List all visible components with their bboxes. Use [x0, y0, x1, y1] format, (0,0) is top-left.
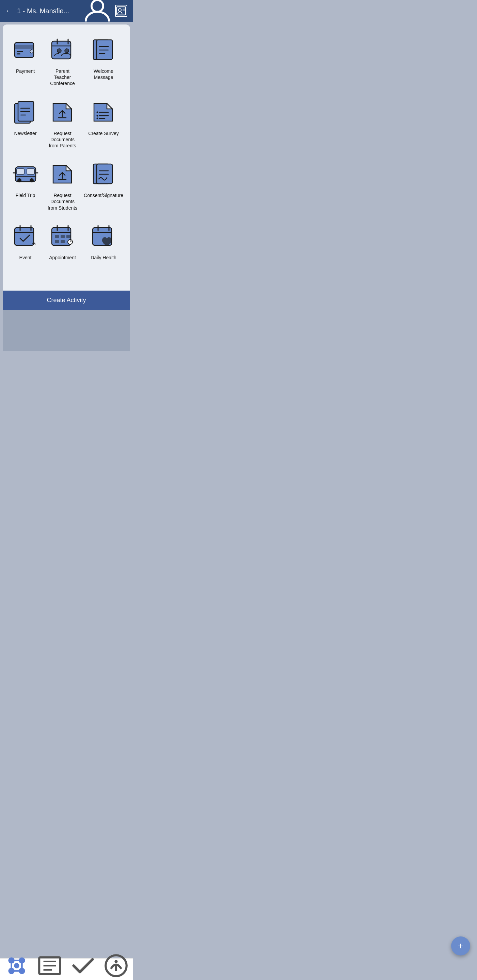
create-survey-icon [89, 98, 118, 127]
svg-point-14 [57, 49, 61, 53]
parent-teacher-conference-label: Parent Teacher Conference [47, 68, 78, 87]
back-button[interactable]: ← [5, 6, 13, 15]
svg-rect-59 [55, 240, 59, 243]
field-trip-label: Field Trip [16, 192, 35, 198]
svg-point-30 [97, 115, 98, 116]
activity-item-event[interactable]: Event [8, 219, 43, 263]
consent-signature-icon [89, 159, 118, 189]
welcome-message-icon [89, 35, 118, 65]
welcome-message-label: Welcome Message [84, 68, 123, 80]
request-docs-parents-label: Request Documents from Parents [47, 130, 78, 149]
create-activity-button[interactable]: Create Activity [3, 291, 130, 310]
activity-item-welcome-message[interactable]: Welcome Message [82, 33, 124, 89]
request-docs-students-icon [48, 159, 77, 189]
create-survey-label: Create Survey [88, 130, 118, 137]
activity-modal: Payment Parent Teacher Conference Welcom… [3, 24, 130, 291]
event-icon [11, 222, 40, 251]
svg-point-0 [92, 0, 103, 11]
svg-point-2 [118, 8, 121, 11]
person-icon[interactable] [84, 0, 111, 25]
svg-rect-56 [55, 235, 59, 238]
svg-rect-60 [61, 240, 65, 243]
newsletter-label: Newsletter [14, 130, 37, 137]
daily-health-label: Daily Health [91, 255, 116, 261]
activity-item-field-trip[interactable]: Field Trip [8, 157, 43, 214]
event-label: Event [19, 255, 32, 261]
svg-rect-7 [17, 51, 23, 52]
svg-point-28 [97, 111, 98, 113]
svg-point-39 [30, 179, 34, 182]
svg-point-15 [65, 49, 69, 53]
svg-rect-8 [17, 53, 21, 54]
svg-rect-35 [17, 169, 24, 174]
activity-item-payment[interactable]: Payment [8, 33, 43, 89]
activity-item-parent-teacher-conference[interactable]: Parent Teacher Conference [45, 33, 80, 89]
svg-rect-36 [27, 169, 34, 174]
payment-label: Payment [16, 68, 35, 74]
background-dim [3, 310, 130, 351]
app-header: ← 1 - Ms. Mansfie... [0, 0, 133, 22]
activity-item-daily-health[interactable]: Daily Health [82, 219, 124, 263]
daily-health-icon [89, 222, 118, 251]
contact-card-icon[interactable] [115, 5, 127, 17]
activity-item-newsletter[interactable]: Newsletter [8, 95, 43, 152]
field-trip-icon [11, 159, 40, 189]
parent-teacher-conference-icon [48, 35, 77, 65]
svg-rect-57 [61, 235, 65, 238]
appointment-icon [48, 222, 77, 251]
svg-point-32 [97, 118, 98, 119]
payment-icon [11, 35, 40, 65]
svg-rect-58 [66, 235, 70, 238]
newsletter-icon [11, 98, 40, 127]
svg-point-38 [18, 179, 21, 182]
activity-item-request-docs-parents[interactable]: Request Documents from Parents [45, 95, 80, 152]
activity-item-create-survey[interactable]: Create Survey [82, 95, 124, 152]
consent-signature-label: Consent/Signature [84, 192, 123, 198]
request-docs-students-label: Request Documents from Students [47, 192, 78, 211]
svg-rect-6 [14, 45, 34, 49]
svg-point-9 [30, 50, 34, 53]
activity-item-request-docs-students[interactable]: Request Documents from Students [45, 157, 80, 214]
activity-grid: Payment Parent Teacher Conference Welcom… [8, 33, 124, 291]
appointment-label: Appointment [49, 255, 76, 261]
activity-item-consent-signature[interactable]: Consent/Signature [82, 157, 124, 214]
activity-item-appointment[interactable]: Appointment [45, 219, 80, 263]
request-docs-parents-icon [48, 98, 77, 127]
header-title: 1 - Ms. Mansfie... [17, 7, 77, 15]
